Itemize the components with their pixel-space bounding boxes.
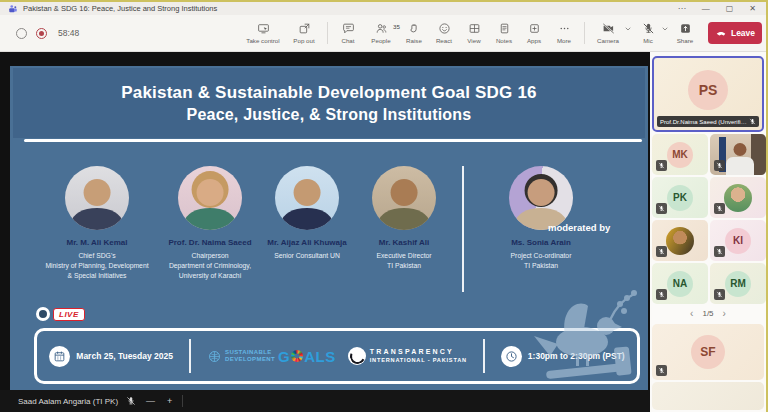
transparency-international-logo: TRANSPARENCY INTERNATIONAL - PAKISTAN xyxy=(348,347,467,365)
dove-gavel-graphic xyxy=(520,278,648,390)
participant-initials: MK xyxy=(667,142,693,168)
footer-divider xyxy=(189,339,191,373)
participant-initials: PS xyxy=(688,70,728,110)
raise-hand-icon xyxy=(408,22,421,35)
more-icon xyxy=(558,22,571,35)
pop-out-icon xyxy=(298,22,311,35)
mic-muted-icon xyxy=(642,22,655,35)
speaker-photo xyxy=(509,166,573,230)
participant-tile-wide[interactable]: SF xyxy=(652,324,764,380)
presenter-name: Saad Aalam Angaria (TI PK) xyxy=(18,397,118,406)
mic-muted-badge xyxy=(714,203,725,214)
window-more-button[interactable]: ⋯ xyxy=(678,4,686,13)
notes-button[interactable]: Notes xyxy=(489,22,519,44)
participant-tile[interactable]: MK xyxy=(652,134,708,175)
speaker-photo xyxy=(178,166,242,230)
mic-button[interactable]: Mic xyxy=(633,22,663,44)
meeting-timer: 58:48 xyxy=(58,28,79,38)
window-close-button[interactable]: ✕ xyxy=(749,4,756,13)
people-button[interactable]: 35 People xyxy=(363,22,399,44)
participant-tile-pinned[interactable]: PS Prof.Dr.Naima Saeed (Unverified) xyxy=(652,56,764,132)
window-minimize-button[interactable]: — xyxy=(702,4,710,13)
speaker-role: Project Co-ordinator TI Pakistan xyxy=(476,251,606,271)
view-button[interactable]: View xyxy=(459,22,489,44)
share-button[interactable]: Share xyxy=(670,22,700,44)
sdg-wheel-icon xyxy=(291,350,303,362)
window-maximize-button[interactable]: ▢ xyxy=(726,4,734,13)
more-button[interactable]: More xyxy=(549,22,579,44)
pagination-next-button[interactable]: › xyxy=(723,308,726,319)
pagination-prev-button[interactable]: ‹ xyxy=(690,308,693,319)
chat-button[interactable]: Chat xyxy=(333,22,363,44)
sdg-logo: SUSTAINABLE DEVELOPMENT G ALS xyxy=(207,348,336,365)
teams-app-icon xyxy=(8,4,18,14)
participant-initials: KI xyxy=(725,228,751,254)
camera-button[interactable]: Camera xyxy=(590,22,626,44)
participant-avatar xyxy=(724,184,752,212)
slide-title-block: Pakistan & Sustainable Development Goal … xyxy=(13,68,645,138)
pop-out-button[interactable]: Pop out xyxy=(286,22,322,44)
speaker-photo xyxy=(275,166,339,230)
take-control-button[interactable]: Take control xyxy=(240,22,286,44)
speaker-card: Ms. Sonia Arain Project Co-ordinator TI … xyxy=(476,166,606,271)
raise-hand-button[interactable]: Raise xyxy=(399,22,429,44)
participant-initials: PK xyxy=(667,185,693,211)
notes-icon xyxy=(498,22,511,35)
people-icon xyxy=(375,22,388,35)
ti-emblem-icon xyxy=(348,347,366,365)
zoom-in-button[interactable]: + xyxy=(165,396,174,406)
speaker-name: Ms. Sonia Arain xyxy=(476,238,606,247)
mic-muted-badge xyxy=(714,160,725,171)
participants-pagination: ‹ 1/5 › xyxy=(650,306,766,321)
participant-tile[interactable]: NA xyxy=(652,263,708,304)
presenter-overlay-bar: Saad Aalam Angaria (TI PK) — + xyxy=(0,390,650,412)
participant-tile[interactable] xyxy=(652,220,708,261)
speaker-photo xyxy=(65,166,129,230)
apps-icon xyxy=(528,22,541,35)
speaker-photo xyxy=(372,166,436,230)
recording-indicator-icon xyxy=(36,28,47,39)
footer-divider xyxy=(483,339,485,373)
presenter-mic-muted-icon xyxy=(126,396,136,406)
speaker-card: Mr. Kashif Ali Executive Director TI Pak… xyxy=(344,166,464,271)
mic-muted-icon xyxy=(749,118,756,125)
title-underline xyxy=(24,139,642,142)
shared-screen-stage: Pakistan & Sustainable Development Goal … xyxy=(0,52,650,412)
toolbar-divider xyxy=(584,22,585,44)
live-label: LIVE xyxy=(53,308,85,321)
view-icon xyxy=(468,22,481,35)
un-emblem-icon xyxy=(207,349,222,364)
participant-tile-video[interactable] xyxy=(710,134,766,175)
participant-name-label: Prof.Dr.Naima Saeed (Unverified) xyxy=(657,116,759,127)
toolbar-divider xyxy=(327,22,328,44)
participants-sidebar: PS Prof.Dr.Naima Saeed (Unverified) MK P… xyxy=(650,52,766,412)
mic-muted-badge xyxy=(656,246,667,257)
participant-tile-partial xyxy=(652,382,764,410)
participant-tile[interactable]: KI xyxy=(710,220,766,261)
window-title: Pakistan & SDG 16: Peace, Justice and St… xyxy=(23,4,673,13)
apps-button[interactable]: Apps xyxy=(519,22,549,44)
participant-tile[interactable] xyxy=(710,177,766,218)
share-border-top xyxy=(0,0,768,2)
participant-initials: SF xyxy=(691,335,725,369)
event-date: March 25, Tuesday 2025 xyxy=(49,346,173,367)
take-control-icon xyxy=(257,22,270,35)
participant-initials: RM xyxy=(725,271,751,297)
window-titlebar: Pakistan & SDG 16: Peace, Justice and St… xyxy=(0,2,768,15)
teams-meeting-window: Pakistan & SDG 16: Peace, Justice and St… xyxy=(0,0,768,412)
mic-muted-badge xyxy=(656,203,667,214)
hang-up-icon xyxy=(715,27,727,39)
webinar-slide: Pakistan & Sustainable Development Goal … xyxy=(10,66,648,390)
leave-button[interactable]: Leave xyxy=(708,22,762,44)
share-icon xyxy=(679,22,692,35)
slide-title-line2: Peace, Justice, & Strong Institutions xyxy=(187,106,472,124)
mic-muted-badge xyxy=(656,289,667,300)
participant-tile[interactable]: RM xyxy=(710,263,766,304)
react-button[interactable]: React xyxy=(429,22,459,44)
live-badge: LIVE xyxy=(36,307,85,321)
streaming-indicator-icon xyxy=(16,28,27,39)
participant-tile[interactable]: PK xyxy=(652,177,708,218)
zoom-out-button[interactable]: — xyxy=(144,396,157,406)
moderated-by-label: moderated by xyxy=(548,222,610,233)
speakers-divider xyxy=(462,166,464,292)
